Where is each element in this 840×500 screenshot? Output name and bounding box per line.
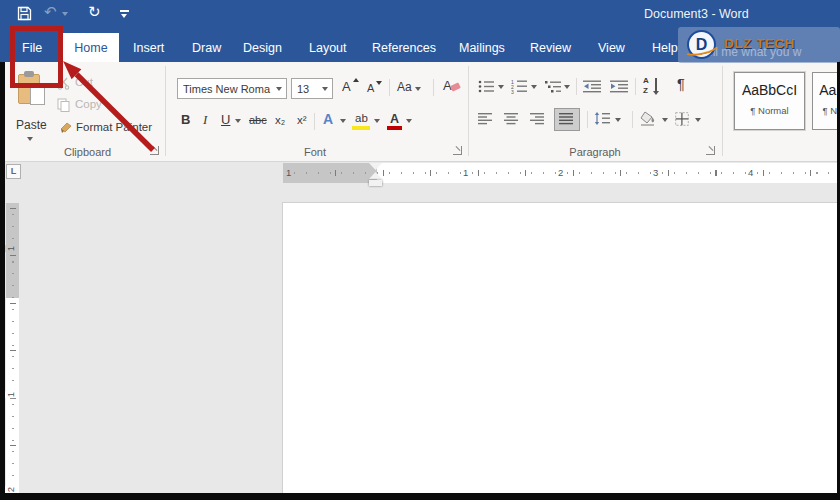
save-icon[interactable] [17,6,32,21]
ruler-number: 4 [746,167,755,178]
annotation-arrow [55,55,165,155]
paragraph-dialog-launcher-icon[interactable] [706,146,715,155]
strikethrough-button[interactable]: abc [249,114,267,126]
tab-draw[interactable]: Draw [192,41,221,55]
sort-arrow-line-icon [655,78,657,91]
borders-icon[interactable] [675,112,689,126]
show-hide-pilcrow-button[interactable]: ¶ [677,76,685,92]
style-normal[interactable]: AaBbCcI ¶ Normal [734,72,805,130]
document-page[interactable] [283,203,837,494]
sort-icon-z: Z [643,86,648,95]
shading-icon[interactable] [640,111,658,126]
underline-caret-icon[interactable] [235,119,241,123]
change-case-caret-icon [415,87,421,91]
tab-mailings[interactable]: Mailings [459,41,505,55]
window-title: Document3 - Word [644,7,749,21]
tab-layout[interactable]: Layout [309,41,347,55]
group-divider [468,66,469,156]
multilevel-caret-icon[interactable] [564,85,570,89]
align-center-icon[interactable] [504,113,519,125]
highlight-button[interactable]: ab [355,112,368,124]
small-divider [433,79,434,96]
line-spacing-caret-icon[interactable] [615,118,621,122]
customize-quick-access-icon[interactable] [120,10,129,12]
justify-icon [559,113,574,125]
tab-insert[interactable]: Insert [133,41,164,55]
word-window: ↶ ↻ Document3 - Word File Home Insert Dr… [0,0,840,500]
font-size-combobox[interactable]: 13 [291,78,333,99]
paragraph-group-label: Paragraph [545,146,645,158]
font-color-bar [387,126,402,130]
group-divider [722,66,723,156]
customize-quick-access-caret-icon[interactable] [121,14,127,18]
bold-button[interactable]: B [181,112,190,127]
vertical-ruler[interactable]: 1 1 2 [6,203,19,494]
ruler-number: 1 [5,391,16,398]
tab-stop-selector[interactable]: L [6,164,21,179]
borders-caret-icon[interactable] [695,118,701,122]
font-name-combobox[interactable]: Times New Roma [177,78,287,99]
align-right-icon[interactable] [530,113,545,125]
bullets-caret-icon[interactable] [498,85,504,89]
dlz-tech-watermark: D DLZ TECH [678,27,840,63]
ruler-number: 2 [556,167,565,178]
font-group-label: Font [265,146,365,158]
numbering-icon[interactable]: 1 2 3 [511,79,528,94]
ruler-number: 1 [461,167,470,178]
undo-dropdown-icon[interactable] [62,12,68,16]
sort-arrow-head-icon [653,91,659,95]
tab-help[interactable]: Help [652,41,678,55]
tab-review[interactable]: Review [530,41,571,55]
decrease-indent-icon[interactable] [583,80,602,93]
font-dialog-launcher-icon[interactable] [453,146,462,155]
shrink-font-button[interactable]: A [367,82,374,94]
tab-references[interactable]: References [372,41,436,55]
undo-icon[interactable]: ↶ [44,4,57,19]
line-spacing-icon[interactable] [594,111,611,126]
numbering-caret-icon[interactable] [531,85,537,89]
shrink-font-arrow-icon [376,81,382,85]
sort-icon-a[interactable]: A [643,76,649,85]
font-color-button[interactable]: A [390,112,399,126]
ruler-number: 3 [651,167,660,178]
multilevel-list-icon[interactable] [545,80,562,93]
frame-edge-bottom [0,493,840,500]
style-no-spacing[interactable]: AaB ¶ No [812,72,840,130]
ruler-number: 1 [5,245,16,252]
align-left-icon[interactable] [478,113,493,125]
text-effects-button[interactable]: A [323,111,333,127]
tab-design[interactable]: Design [243,41,282,55]
highlight-caret-icon[interactable] [374,119,380,123]
left-indent-marker[interactable] [369,180,382,186]
underline-button[interactable]: U [221,112,230,127]
group-divider [165,66,166,156]
italic-button[interactable]: I [203,112,207,128]
grow-font-arrow-icon [353,78,359,82]
small-divider [635,78,636,95]
horizontal-ruler[interactable]: 1 1 2 3 4 [283,163,837,183]
font-color-caret-icon[interactable] [406,119,412,123]
superscript-button[interactable]: x² [297,114,307,126]
tab-view[interactable]: View [598,41,625,55]
change-case-button[interactable]: Aa [397,80,412,94]
dlz-brand-text: DLZ TECH [724,36,795,51]
paste-button[interactable]: Paste [16,118,47,132]
text-effects-caret-icon[interactable] [340,119,346,123]
small-divider [632,111,633,128]
paste-dropdown-icon[interactable] [27,137,33,141]
svg-text:3: 3 [511,89,514,95]
subscript-button[interactable]: x₂ [275,114,285,126]
increase-indent-icon[interactable] [610,80,629,93]
small-divider [587,111,588,128]
ruler-number: 1 [284,167,293,178]
frame-edge-left [0,62,5,500]
justify-button-selected[interactable] [554,108,580,131]
small-divider [576,78,577,95]
shading-caret-icon[interactable] [662,118,668,122]
redo-icon[interactable]: ↻ [88,4,101,19]
small-divider [314,113,315,130]
highlight-color-bar [352,126,370,130]
bullets-icon[interactable] [478,80,495,93]
grow-font-button[interactable]: A [342,79,351,94]
small-divider [389,79,390,96]
